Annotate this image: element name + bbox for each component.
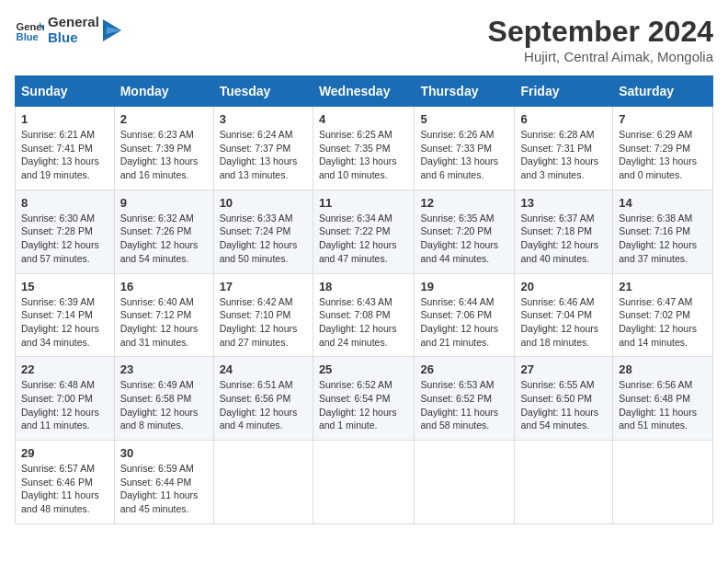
day-number: 9 <box>120 196 208 210</box>
cell-content: Sunrise: 6:34 AMSunset: 7:22 PMDaylight:… <box>319 212 409 266</box>
calendar-cell <box>613 441 713 524</box>
page-header: General Blue General Blue September 2024… <box>15 15 713 64</box>
day-header-sunday: Sunday <box>16 76 115 107</box>
week-row-5: 29 Sunrise: 6:57 AMSunset: 6:46 PMDaylig… <box>16 441 713 524</box>
calendar-cell: 8 Sunrise: 6:30 AMSunset: 7:28 PMDayligh… <box>16 190 115 273</box>
title-block: September 2024 Hujirt, Central Aimak, Mo… <box>488 15 713 64</box>
day-number: 19 <box>420 280 508 293</box>
day-number: 8 <box>21 196 108 210</box>
calendar-cell: 6 Sunrise: 6:28 AMSunset: 7:31 PMDayligh… <box>515 107 613 190</box>
day-header-thursday: Thursday <box>415 76 515 107</box>
day-number: 25 <box>319 362 409 376</box>
logo: General Blue General Blue <box>15 15 125 45</box>
day-number: 7 <box>619 112 707 126</box>
calendar-table: SundayMondayTuesdayWednesdayThursdayFrid… <box>15 75 713 524</box>
days-header-row: SundayMondayTuesdayWednesdayThursdayFrid… <box>16 76 713 107</box>
calendar-cell: 3 Sunrise: 6:24 AMSunset: 7:37 PMDayligh… <box>213 107 313 190</box>
calendar-cell: 14 Sunrise: 6:38 AMSunset: 7:16 PMDaylig… <box>613 190 713 273</box>
week-row-2: 8 Sunrise: 6:30 AMSunset: 7:28 PMDayligh… <box>16 190 713 273</box>
cell-content: Sunrise: 6:29 AMSunset: 7:29 PMDaylight:… <box>619 128 707 182</box>
calendar-cell: 2 Sunrise: 6:23 AMSunset: 7:39 PMDayligh… <box>114 107 213 190</box>
day-number: 21 <box>619 280 707 293</box>
cell-content: Sunrise: 6:38 AMSunset: 7:16 PMDaylight:… <box>619 212 707 266</box>
cell-content: Sunrise: 6:33 AMSunset: 7:24 PMDaylight:… <box>220 212 307 266</box>
day-number: 4 <box>319 112 409 126</box>
day-number: 14 <box>619 196 707 210</box>
calendar-cell: 26 Sunrise: 6:53 AMSunset: 6:52 PMDaylig… <box>415 357 515 441</box>
day-header-tuesday: Tuesday <box>213 76 313 107</box>
cell-content: Sunrise: 6:28 AMSunset: 7:31 PMDaylight:… <box>520 128 607 182</box>
day-header-wednesday: Wednesday <box>313 76 415 107</box>
calendar-cell <box>313 441 415 524</box>
cell-content: Sunrise: 6:26 AMSunset: 7:33 PMDaylight:… <box>420 128 508 182</box>
calendar-cell: 10 Sunrise: 6:33 AMSunset: 7:24 PMDaylig… <box>213 190 313 273</box>
day-number: 12 <box>420 196 508 210</box>
location-subtitle: Hujirt, Central Aimak, Mongolia <box>488 49 713 64</box>
calendar-cell: 1 Sunrise: 6:21 AMSunset: 7:41 PMDayligh… <box>16 107 115 190</box>
calendar-cell: 20 Sunrise: 6:46 AMSunset: 7:04 PMDaylig… <box>515 273 613 357</box>
calendar-cell: 27 Sunrise: 6:55 AMSunset: 6:50 PMDaylig… <box>515 357 613 441</box>
cell-content: Sunrise: 6:35 AMSunset: 7:20 PMDaylight:… <box>420 212 508 266</box>
cell-content: Sunrise: 6:30 AMSunset: 7:28 PMDaylight:… <box>21 212 108 266</box>
cell-content: Sunrise: 6:47 AMSunset: 7:02 PMDaylight:… <box>619 295 707 350</box>
cell-content: Sunrise: 6:23 AMSunset: 7:39 PMDaylight:… <box>120 128 208 182</box>
calendar-cell: 18 Sunrise: 6:43 AMSunset: 7:08 PMDaylig… <box>313 273 415 357</box>
week-row-4: 22 Sunrise: 6:48 AMSunset: 7:00 PMDaylig… <box>16 357 713 441</box>
svg-text:Blue: Blue <box>17 31 39 42</box>
day-number: 6 <box>520 112 607 126</box>
day-number: 10 <box>220 196 307 210</box>
calendar-cell: 4 Sunrise: 6:25 AMSunset: 7:35 PMDayligh… <box>313 107 415 190</box>
calendar-cell: 16 Sunrise: 6:40 AMSunset: 7:12 PMDaylig… <box>114 273 213 357</box>
calendar-cell: 5 Sunrise: 6:26 AMSunset: 7:33 PMDayligh… <box>415 107 515 190</box>
day-number: 5 <box>420 112 508 126</box>
cell-content: Sunrise: 6:51 AMSunset: 6:56 PMDaylight:… <box>220 378 307 432</box>
calendar-cell: 22 Sunrise: 6:48 AMSunset: 7:00 PMDaylig… <box>16 357 115 441</box>
day-number: 3 <box>220 112 307 126</box>
day-number: 16 <box>120 280 208 293</box>
logo-general-text: General <box>48 15 99 30</box>
day-number: 1 <box>21 112 108 126</box>
calendar-cell: 30 Sunrise: 6:59 AMSunset: 6:44 PMDaylig… <box>114 441 213 524</box>
day-number: 17 <box>220 280 307 293</box>
calendar-cell: 21 Sunrise: 6:47 AMSunset: 7:02 PMDaylig… <box>613 273 713 357</box>
day-number: 30 <box>120 446 208 460</box>
calendar-cell: 19 Sunrise: 6:44 AMSunset: 7:06 PMDaylig… <box>415 273 515 357</box>
day-header-friday: Friday <box>515 76 613 107</box>
cell-content: Sunrise: 6:21 AMSunset: 7:41 PMDaylight:… <box>21 128 108 182</box>
cell-content: Sunrise: 6:43 AMSunset: 7:08 PMDaylight:… <box>319 295 409 350</box>
cell-content: Sunrise: 6:52 AMSunset: 6:54 PMDaylight:… <box>319 378 409 432</box>
day-number: 15 <box>21 280 108 293</box>
day-number: 18 <box>319 280 409 293</box>
month-title: September 2024 <box>488 15 713 49</box>
cell-content: Sunrise: 6:56 AMSunset: 6:48 PMDaylight:… <box>619 378 707 432</box>
cell-content: Sunrise: 6:42 AMSunset: 7:10 PMDaylight:… <box>220 295 307 350</box>
day-header-saturday: Saturday <box>613 76 713 107</box>
cell-content: Sunrise: 6:39 AMSunset: 7:14 PMDaylight:… <box>21 295 108 350</box>
calendar-cell: 7 Sunrise: 6:29 AMSunset: 7:29 PMDayligh… <box>613 107 713 190</box>
calendar-cell: 24 Sunrise: 6:51 AMSunset: 6:56 PMDaylig… <box>213 357 313 441</box>
week-row-3: 15 Sunrise: 6:39 AMSunset: 7:14 PMDaylig… <box>16 273 713 357</box>
cell-content: Sunrise: 6:57 AMSunset: 6:46 PMDaylight:… <box>21 462 108 516</box>
cell-content: Sunrise: 6:55 AMSunset: 6:50 PMDaylight:… <box>520 378 607 432</box>
cell-content: Sunrise: 6:48 AMSunset: 7:00 PMDaylight:… <box>21 378 108 432</box>
cell-content: Sunrise: 6:49 AMSunset: 6:58 PMDaylight:… <box>120 378 208 432</box>
cell-content: Sunrise: 6:24 AMSunset: 7:37 PMDaylight:… <box>220 128 307 182</box>
day-number: 11 <box>319 196 409 210</box>
calendar-cell <box>415 441 515 524</box>
day-number: 22 <box>21 362 108 376</box>
day-number: 24 <box>220 362 307 376</box>
cell-content: Sunrise: 6:46 AMSunset: 7:04 PMDaylight:… <box>520 295 607 350</box>
week-row-1: 1 Sunrise: 6:21 AMSunset: 7:41 PMDayligh… <box>16 107 713 190</box>
calendar-cell: 25 Sunrise: 6:52 AMSunset: 6:54 PMDaylig… <box>313 357 415 441</box>
day-header-monday: Monday <box>114 76 213 107</box>
calendar-cell: 13 Sunrise: 6:37 AMSunset: 7:18 PMDaylig… <box>515 190 613 273</box>
day-number: 29 <box>21 446 108 460</box>
day-number: 2 <box>120 112 208 126</box>
logo-blue-text: Blue <box>48 30 99 46</box>
logo-arrow-icon <box>103 19 125 41</box>
calendar-cell <box>515 441 613 524</box>
calendar-cell: 11 Sunrise: 6:34 AMSunset: 7:22 PMDaylig… <box>313 190 415 273</box>
calendar-cell <box>213 441 313 524</box>
cell-content: Sunrise: 6:53 AMSunset: 6:52 PMDaylight:… <box>420 378 508 432</box>
calendar-cell: 23 Sunrise: 6:49 AMSunset: 6:58 PMDaylig… <box>114 357 213 441</box>
